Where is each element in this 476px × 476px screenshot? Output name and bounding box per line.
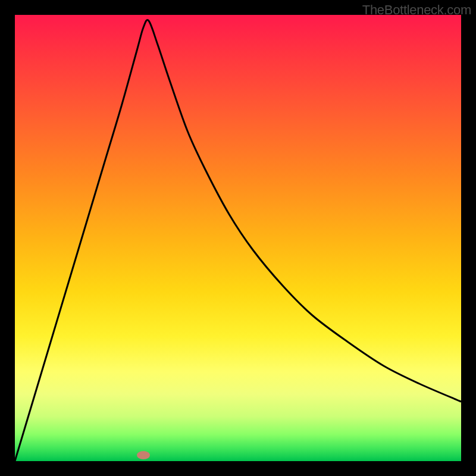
chart-frame: TheBottleneck.com	[0, 0, 476, 476]
watermark-text: TheBottleneck.com	[362, 2, 471, 18]
plot-area	[15, 15, 461, 461]
bottleneck-curve	[15, 20, 461, 461]
curve-layer	[15, 15, 461, 461]
vertex-marker	[137, 451, 150, 459]
